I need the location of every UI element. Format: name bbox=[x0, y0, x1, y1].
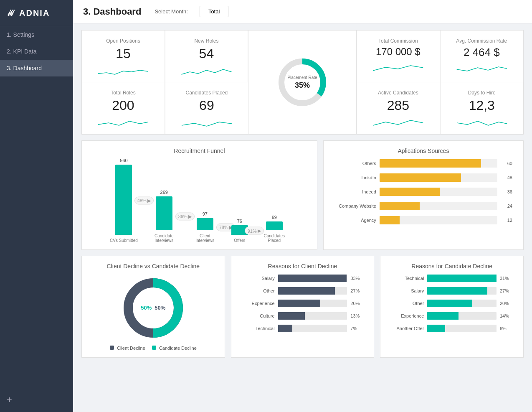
rclient-technical-label: Technical bbox=[241, 326, 275, 331]
hbar-indeed-val: 36 bbox=[501, 189, 512, 194]
rclient-technical-bar bbox=[278, 325, 293, 332]
candidates-placed-sparkline bbox=[174, 117, 240, 129]
kpi-active-candidates: Active Candidates 285 bbox=[357, 82, 440, 134]
rcandidate-technical: Technical 31% bbox=[390, 275, 513, 282]
hbar-linkedin: LinkdIn 48 bbox=[334, 173, 512, 182]
rcandidate-other-bar bbox=[427, 300, 472, 307]
rclient-other-container bbox=[278, 287, 347, 295]
logo-area: ⫻ ADNIA bbox=[0, 0, 73, 26]
bar-cvs-label: 560 bbox=[120, 158, 127, 163]
hbar-others-val: 60 bbox=[501, 161, 512, 166]
rclient-salary: Salary 33% bbox=[241, 275, 364, 282]
application-sources-title: Aplications Sources bbox=[330, 148, 517, 154]
rclient-experience: Experience 20% bbox=[241, 300, 364, 307]
bar-client-interviews: 97 Client Interviews 78% ▶ bbox=[190, 211, 220, 243]
rclient-experience-container bbox=[278, 300, 347, 307]
logo-text: ADNIA bbox=[19, 8, 50, 18]
bar-ci-rect bbox=[156, 196, 172, 230]
donut-label: Placement Rate 35% bbox=[287, 74, 317, 90]
rcandidate-another-offer: Another Offer 8% bbox=[390, 325, 513, 332]
client-legend-label: Client Decline bbox=[117, 346, 145, 351]
hbar-linkedin-bar bbox=[380, 173, 461, 182]
rcandidate-salary: Salary 27% bbox=[390, 287, 513, 295]
kpi-avg-commission-value: 2 464 $ bbox=[449, 46, 514, 58]
candidate-legend-label: Candidate Decline bbox=[159, 346, 197, 351]
avg-commission-sparkline bbox=[449, 63, 514, 74]
rclient-other: Other 27% bbox=[241, 287, 364, 295]
hbar-others-label: Others bbox=[334, 161, 376, 166]
rclient-technical-pct: 7% bbox=[350, 326, 364, 331]
kpi-open-positions: Open Positions 15 bbox=[82, 31, 165, 82]
active-candidates-sparkline bbox=[365, 117, 431, 129]
rclient-salary-container bbox=[278, 275, 347, 282]
hbar-website-label: Company Website bbox=[334, 203, 376, 209]
reasons-candidate-card: Reasons for Candidate Decline Technical … bbox=[380, 256, 524, 358]
placement-rate-text: Placement Rate bbox=[287, 75, 317, 80]
rclient-culture-pct: 13% bbox=[350, 313, 364, 318]
rclient-culture-bar bbox=[278, 312, 305, 320]
rcandidate-experience: Experience 14% bbox=[390, 312, 513, 320]
recruitment-funnel-card: Recruitment Funnel 560 CVs Submitted 48%… bbox=[81, 140, 317, 250]
client-vs-candidate-title: Client Decline vs Candidate Decline bbox=[89, 263, 218, 270]
hbar-others: Others 60 bbox=[334, 159, 512, 168]
kpi-placement-rate: Placement Rate 35% bbox=[248, 31, 357, 134]
application-sources-card: Aplications Sources Others 60 LinkdIn bbox=[323, 140, 524, 250]
bottom-section: Client Decline vs Candidate Decline 50% … bbox=[81, 256, 524, 358]
rclient-other-pct: 27% bbox=[350, 288, 364, 293]
hbar-indeed-label: Indeed bbox=[334, 189, 376, 194]
kpi-total-commission-value: 170 000 $ bbox=[365, 46, 431, 57]
application-sources-chart: Others 60 LinkdIn 48 Ind bbox=[330, 159, 517, 224]
sidebar-item-settings[interactable]: 1. Settings bbox=[0, 26, 73, 43]
reasons-candidate-title: Reasons for Candidate Decline bbox=[387, 263, 517, 270]
client-vs-candidate-card: Client Decline vs Candidate Decline 50% … bbox=[81, 256, 225, 358]
rclient-other-label: Other bbox=[241, 288, 275, 293]
kpi-active-candidates-label: Active Candidates bbox=[365, 90, 431, 96]
hbar-linkedin-container bbox=[380, 173, 497, 182]
recruitment-funnel-chart: 560 CVs Submitted 48% ▶ 269 Candidate In… bbox=[89, 159, 310, 243]
candidate-legend-dot bbox=[152, 346, 156, 350]
kpi-section: Open Positions 15 New Roles 54 Total bbox=[81, 30, 524, 135]
bar-placed-label: 69 bbox=[272, 215, 277, 220]
charts-section: Recruitment Funnel 560 CVs Submitted 48%… bbox=[81, 140, 524, 250]
sidebar-item-kpi-data[interactable]: 2. KPI Data bbox=[0, 43, 73, 60]
kpi-new-roles-value: 54 bbox=[174, 46, 239, 61]
header: 3. Dashboard Select Month: Total bbox=[73, 0, 532, 23]
bar-placed: 69 Candidates Placed bbox=[260, 215, 289, 243]
kpi-days-to-hire: Days to Hire 12,3 bbox=[440, 82, 523, 134]
add-button[interactable]: + bbox=[0, 388, 73, 412]
total-roles-sparkline bbox=[90, 117, 156, 129]
bar-candidate-interviews: 269 Candidate Interviews 36% ▶ bbox=[149, 190, 179, 243]
main-content: 3. Dashboard Select Month: Total Open Po… bbox=[73, 0, 532, 412]
kpi-candidates-placed: Candidates Placed 69 bbox=[165, 82, 248, 134]
donut-legend: Client Decline Candidate Decline bbox=[110, 346, 197, 351]
hbar-linkedin-label: LinkdIn bbox=[334, 175, 376, 180]
rclient-salary-pct: 33% bbox=[350, 276, 364, 281]
bar-offers-label: 76 bbox=[237, 219, 242, 224]
client-pct-label: 50% bbox=[155, 305, 165, 311]
donut-bottom: 50% 50% bbox=[120, 275, 187, 341]
page-title: 3. Dashboard bbox=[83, 6, 141, 17]
rcandidate-other-label: Other bbox=[390, 301, 424, 306]
sidebar: ⫻ ADNIA 1. Settings 2. KPI Data 3. Dashb… bbox=[0, 0, 73, 412]
hbar-others-container bbox=[380, 159, 497, 168]
kpi-open-positions-label: Open Positions bbox=[90, 38, 156, 44]
hbar-agency-container bbox=[380, 216, 497, 224]
kpi-right: Total Commission 170 000 $ Avg. Commissi… bbox=[357, 31, 523, 134]
bar-clint-xlabel: Client Interviews bbox=[190, 234, 220, 243]
rcandidate-salary-label: Salary bbox=[390, 288, 424, 293]
rclient-experience-bar bbox=[278, 300, 320, 307]
rcandidate-experience-label: Experience bbox=[390, 313, 424, 318]
bar-clint-label: 97 bbox=[203, 211, 208, 216]
total-commission-sparkline bbox=[365, 61, 431, 73]
month-selector-button[interactable]: Total bbox=[200, 6, 228, 17]
kpi-total-roles: Total Roles 200 bbox=[82, 82, 165, 134]
sidebar-item-dashboard[interactable]: 3. Dashboard bbox=[0, 60, 73, 76]
reasons-client-chart: Salary 33% Other 27% Exp bbox=[238, 275, 367, 332]
new-roles-sparkline bbox=[174, 65, 239, 77]
bar-cvs-rect bbox=[115, 165, 132, 235]
reasons-client-title: Reasons for Client Decline bbox=[238, 263, 367, 270]
kpi-left: Open Positions 15 New Roles 54 Total bbox=[82, 31, 248, 134]
hbar-website-container bbox=[380, 202, 497, 210]
kpi-avg-commission-label: Avg. Commission Rate bbox=[449, 38, 514, 44]
reasons-client-card: Reasons for Client Decline Salary 33% Ot… bbox=[231, 256, 375, 358]
